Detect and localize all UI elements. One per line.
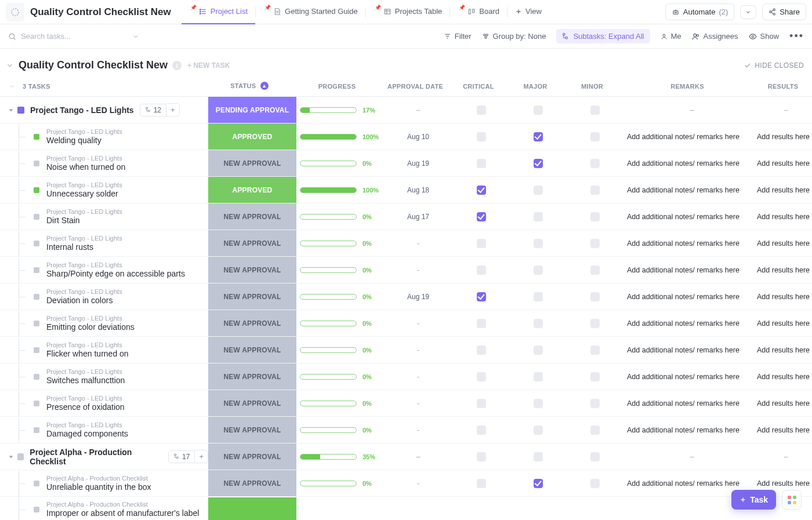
- remarks-cell[interactable]: Add additional notes/ remarks here: [624, 479, 757, 488]
- checkbox[interactable]: [477, 239, 486, 248]
- approval-date-cell[interactable]: Aug 10: [383, 133, 453, 141]
- subtask-row[interactable]: Project Tango - LED Lights Flicker when …: [0, 337, 812, 363]
- new-task-fab[interactable]: Task: [731, 490, 776, 510]
- parent-breadcrumb[interactable]: Project Tango - LED Lights: [46, 261, 185, 269]
- results-cell[interactable]: –: [757, 106, 812, 114]
- results-cell[interactable]: Add results here: [757, 373, 812, 381]
- status-cell[interactable]: APPROVED: [208, 177, 296, 203]
- checkbox[interactable]: [477, 212, 486, 221]
- critical-cell[interactable]: [453, 212, 510, 221]
- new-task-button[interactable]: + NEW TASK: [187, 61, 230, 70]
- results-cell[interactable]: Add results here: [757, 346, 812, 354]
- results-cell[interactable]: Add results here: [757, 319, 812, 328]
- page-title[interactable]: Quality Control Checklist New: [30, 6, 171, 18]
- apps-fab[interactable]: [782, 490, 802, 510]
- subtask-row[interactable]: Project Tango - LED Lights Dirt Stain NE…: [0, 203, 812, 230]
- me-filter[interactable]: Me: [661, 32, 682, 41]
- col-status[interactable]: STATUS ▲: [205, 82, 293, 90]
- approval-date-cell[interactable]: Aug 19: [383, 159, 453, 168]
- critical-cell[interactable]: [453, 399, 510, 408]
- subtask-row[interactable]: Project Alpha - Production Checklist Imp…: [0, 497, 812, 520]
- checkbox[interactable]: [534, 399, 543, 408]
- critical-cell[interactable]: [453, 159, 510, 168]
- critical-cell[interactable]: [453, 452, 510, 461]
- checkbox[interactable]: [534, 479, 543, 488]
- task-title[interactable]: Noise when turned on: [46, 162, 125, 172]
- task-group-row[interactable]: Project Tango - LED Lights 12 + PENDING …: [0, 97, 812, 123]
- subtask-row[interactable]: Project Tango - LED Lights Internal rust…: [0, 230, 812, 257]
- results-cell[interactable]: Add results here: [757, 479, 812, 488]
- checkbox[interactable]: [534, 159, 543, 168]
- subtasks-toggle[interactable]: Subtasks: Expand All: [556, 29, 650, 43]
- status-cell[interactable]: [208, 497, 296, 521]
- approval-date-cell[interactable]: -: [383, 426, 453, 434]
- subtask-count[interactable]: 17: [168, 450, 195, 463]
- results-cell[interactable]: Add results here: [757, 159, 812, 168]
- progress-cell[interactable]: 100%: [296, 133, 383, 140]
- checkbox[interactable]: [477, 292, 486, 301]
- critical-cell[interactable]: [453, 479, 510, 488]
- checkbox[interactable]: [477, 266, 486, 275]
- progress-cell[interactable]: 0%: [296, 293, 383, 300]
- minor-cell[interactable]: [567, 212, 624, 221]
- checkbox[interactable]: [477, 479, 486, 488]
- checkbox[interactable]: [590, 426, 600, 435]
- share-button[interactable]: Share: [762, 3, 806, 20]
- checkbox[interactable]: [477, 372, 486, 381]
- major-cell[interactable]: [510, 212, 567, 221]
- checkbox[interactable]: [534, 452, 543, 461]
- groupby-button[interactable]: Group by: None: [482, 32, 546, 41]
- minor-cell[interactable]: [567, 159, 624, 168]
- checkbox[interactable]: [534, 319, 543, 328]
- minor-cell[interactable]: [567, 186, 624, 195]
- progress-cell[interactable]: 0%: [296, 320, 383, 327]
- remarks-cell[interactable]: –: [624, 106, 757, 114]
- show-button[interactable]: Show: [749, 32, 780, 41]
- results-cell[interactable]: Add results here: [757, 213, 812, 221]
- critical-cell[interactable]: [453, 292, 510, 301]
- status-cell[interactable]: NEW APPROVAL: [208, 257, 296, 283]
- progress-cell[interactable]: 35%: [296, 453, 383, 460]
- critical-cell[interactable]: [453, 346, 510, 355]
- parent-breadcrumb[interactable]: Project Alpha - Production Checklist: [46, 475, 151, 482]
- col-critical[interactable]: CRITICAL: [450, 83, 507, 90]
- remarks-cell[interactable]: Add additional notes/ remarks here: [624, 373, 757, 381]
- checkbox[interactable]: [590, 212, 600, 221]
- minor-cell[interactable]: [567, 319, 624, 328]
- approval-date-cell[interactable]: -: [383, 346, 453, 354]
- checkbox[interactable]: [590, 266, 600, 275]
- task-title[interactable]: Welding quality: [46, 136, 122, 146]
- remarks-cell[interactable]: Add additional notes/ remarks here: [624, 266, 757, 274]
- checkbox[interactable]: [590, 479, 600, 488]
- col-minor[interactable]: MINOR: [564, 83, 621, 90]
- subtask-row[interactable]: Project Alpha - Production Checklist Unr…: [0, 470, 812, 497]
- minor-cell[interactable]: [567, 372, 624, 381]
- task-title[interactable]: Project Tango - LED Lights: [30, 106, 134, 115]
- approval-date-cell[interactable]: -: [383, 399, 453, 408]
- section-collapse[interactable]: [6, 61, 14, 70]
- remarks-cell[interactable]: Add additional notes/ remarks here: [624, 293, 757, 301]
- checkbox[interactable]: [477, 399, 486, 408]
- task-title[interactable]: Internal rusts: [46, 242, 122, 252]
- minor-cell[interactable]: [567, 452, 624, 461]
- results-cell[interactable]: Add results here: [757, 266, 812, 274]
- more-options[interactable]: •••: [789, 30, 804, 42]
- major-cell[interactable]: [510, 132, 567, 141]
- parent-breadcrumb[interactable]: Project Tango - LED Lights: [46, 208, 122, 216]
- checkbox[interactable]: [534, 426, 543, 435]
- subtask-row[interactable]: Project Tango - LED Lights Emitting colo…: [0, 310, 812, 337]
- subtask-row[interactable]: Project Tango - LED Lights Noise when tu…: [0, 150, 812, 177]
- status-cell[interactable]: NEW APPROVAL: [208, 337, 296, 363]
- checkbox[interactable]: [477, 159, 486, 168]
- approval-date-cell[interactable]: –: [383, 453, 453, 461]
- parent-breadcrumb[interactable]: Project Tango - LED Lights: [46, 315, 135, 322]
- checkbox[interactable]: [590, 106, 600, 115]
- minor-cell[interactable]: [567, 132, 624, 141]
- progress-cell[interactable]: 0%: [296, 240, 383, 247]
- minor-cell[interactable]: [567, 346, 624, 355]
- major-cell[interactable]: [510, 239, 567, 248]
- checkbox[interactable]: [477, 426, 486, 435]
- add-subtask[interactable]: +: [195, 450, 208, 463]
- tab-project-list[interactable]: 📌 Project List: [182, 0, 255, 24]
- checkbox[interactable]: [590, 372, 600, 381]
